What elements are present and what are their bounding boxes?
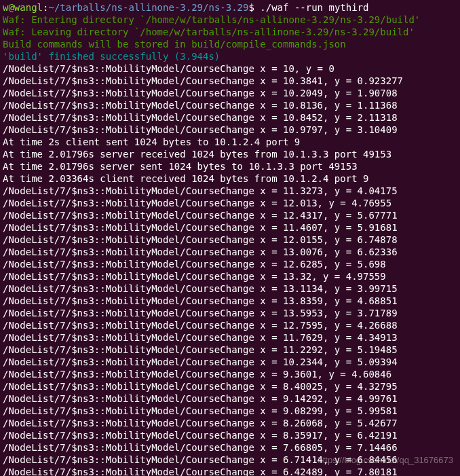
output-block: /NodeList/7/$ns3::MobilityModel/CourseCh…: [3, 62, 457, 476]
output-line: At time 2.01796s server received 1024 by…: [3, 148, 457, 160]
output-line: /NodeList/7/$ns3::MobilityModel/CourseCh…: [3, 99, 457, 111]
prompt-line[interactable]: w@wangl:~/tarballs/ns-allinone-3.29/ns-3…: [3, 1, 457, 14]
output-line: /NodeList/7/$ns3::MobilityModel/CourseCh…: [3, 246, 457, 258]
output-line: /NodeList/7/$ns3::MobilityModel/CourseCh…: [3, 417, 457, 429]
output-line: /NodeList/7/$ns3::MobilityModel/CourseCh…: [3, 258, 457, 270]
output-line: /NodeList/7/$ns3::MobilityModel/CourseCh…: [3, 221, 457, 234]
output-line: /NodeList/7/$ns3::MobilityModel/CourseCh…: [3, 331, 457, 344]
output-line: /NodeList/7/$ns3::MobilityModel/CourseCh…: [3, 307, 457, 319]
output-line: /NodeList/7/$ns3::MobilityModel/CourseCh…: [3, 356, 457, 368]
output-line: /NodeList/7/$ns3::MobilityModel/CourseCh…: [3, 405, 457, 417]
output-line: /NodeList/7/$ns3::MobilityModel/CourseCh…: [3, 209, 457, 221]
output-line: At time 2.01796s server sent 1024 bytes …: [3, 160, 457, 172]
waf-leaving: Waf: Leaving directory `/home/w/tarballs…: [3, 26, 457, 38]
output-line: /NodeList/7/$ns3::MobilityModel/CourseCh…: [3, 124, 457, 136]
command-text: ./waf --run mythird: [260, 2, 368, 13]
output-line: /NodeList/7/$ns3::MobilityModel/CourseCh…: [3, 111, 457, 124]
output-line: /NodeList/7/$ns3::MobilityModel/CourseCh…: [3, 380, 457, 392]
output-line: /NodeList/7/$ns3::MobilityModel/CourseCh…: [3, 282, 457, 295]
output-line: /NodeList/7/$ns3::MobilityModel/CourseCh…: [3, 319, 457, 331]
output-line: /NodeList/7/$ns3::MobilityModel/CourseCh…: [3, 75, 457, 87]
output-line: /NodeList/7/$ns3::MobilityModel/CourseCh…: [3, 62, 457, 75]
output-line: /NodeList/7/$ns3::MobilityModel/CourseCh…: [3, 197, 457, 209]
waf-entering: Waf: Entering directory `/home/w/tarball…: [3, 14, 457, 26]
output-line: /NodeList/7/$ns3::MobilityModel/CourseCh…: [3, 441, 457, 454]
output-line: /NodeList/7/$ns3::MobilityModel/CourseCh…: [3, 270, 457, 282]
output-line: /NodeList/7/$ns3::MobilityModel/CourseCh…: [3, 185, 457, 197]
output-line: At time 2s client sent 1024 bytes to 10.…: [3, 136, 457, 148]
waf-finished: 'build' finished successfully (3.944s): [3, 50, 457, 62]
output-line: /NodeList/7/$ns3::MobilityModel/CourseCh…: [3, 295, 457, 307]
output-line: /NodeList/7/$ns3::MobilityModel/CourseCh…: [3, 344, 457, 356]
prompt-path: ~/tarballs/ns-allinone-3.29/ns-3.29: [48, 2, 248, 13]
output-line: /NodeList/7/$ns3::MobilityModel/CourseCh…: [3, 87, 457, 99]
output-line: /NodeList/7/$ns3::MobilityModel/CourseCh…: [3, 392, 457, 405]
output-line: /NodeList/7/$ns3::MobilityModel/CourseCh…: [3, 429, 457, 441]
output-line: /NodeList/7/$ns3::MobilityModel/CourseCh…: [3, 234, 457, 246]
output-line: /NodeList/7/$ns3::MobilityModel/CourseCh…: [3, 466, 457, 476]
output-line: At time 2.03364s client received 1024 by…: [3, 172, 457, 185]
output-line: /NodeList/7/$ns3::MobilityModel/CourseCh…: [3, 368, 457, 380]
waf-compile: Build commands will be stored in build/c…: [3, 38, 457, 50]
prompt-dollar: $: [248, 2, 260, 13]
output-line: /NodeList/7/$ns3::MobilityModel/CourseCh…: [3, 454, 457, 466]
prompt-user: w@wangl: [3, 2, 43, 13]
